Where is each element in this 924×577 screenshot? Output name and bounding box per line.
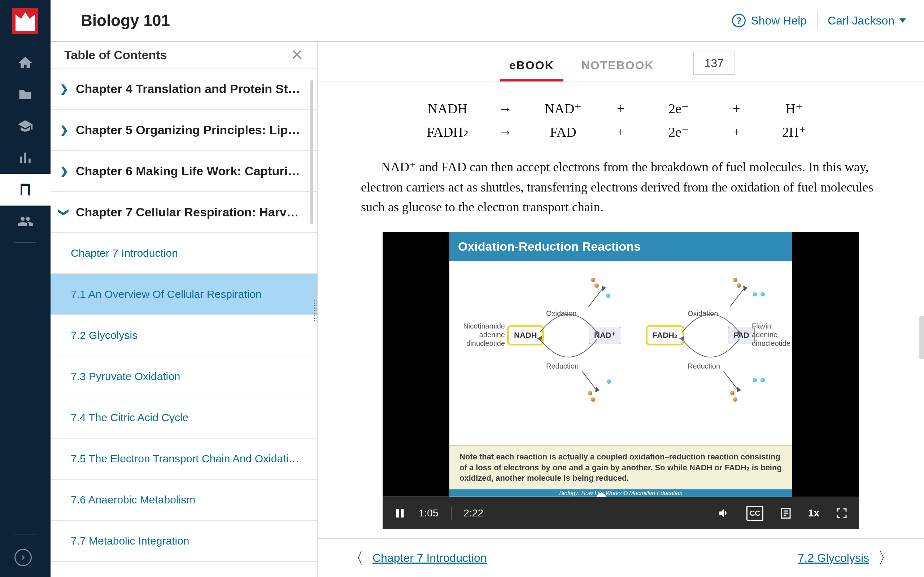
video-player: Oxidation-Reduction Reactions Nicotinami…: [383, 232, 859, 529]
course-title: Biology 101: [81, 11, 170, 29]
chevron-right-icon: ❯: [59, 165, 69, 177]
eq-term: 2e⁻: [657, 121, 700, 143]
svg-rect-12: [396, 509, 399, 517]
toc-chapter[interactable]: ❯ Chapter 7 Cellular Respiration: Harves…: [50, 192, 317, 233]
video-diagram: Nicotinamide adenine dinucleotide NADH N…: [449, 261, 792, 456]
toc-section[interactable]: 7.3 Pyruvate Oxidation: [50, 356, 317, 397]
svg-marker-6: [737, 330, 742, 336]
toc-section-label: 7.6 Anaerobic Metabolism: [71, 494, 195, 506]
toc-chapter-label: Chapter 5 Organizing Principles: Lipids,…: [76, 123, 303, 137]
left-rail: [0, 0, 50, 577]
close-toc-button[interactable]: ✕: [291, 46, 303, 64]
molecule-label: Nicotinamide adenine dinucleotide: [451, 322, 505, 348]
svg-rect-13: [401, 509, 404, 517]
rail-bottom: [15, 529, 36, 566]
toc-header: Table of Contents ✕: [50, 42, 317, 69]
next-page-link[interactable]: 7.2 Glycolysis: [798, 551, 869, 565]
eq-term: NADH: [426, 98, 469, 119]
toc-section[interactable]: 7.6 Anaerobic Metabolism: [50, 480, 317, 521]
toc-section[interactable]: Chapter 7 Introduction: [50, 233, 317, 274]
pause-button[interactable]: [393, 507, 406, 520]
caret-down-icon: [900, 18, 906, 23]
svg-line-4: [582, 371, 597, 390]
time-current: 1:05: [419, 505, 439, 521]
ebook-content: NADH → NAD⁺ + 2e⁻ + H⁺ FADH₂ → FAD + 2e⁻…: [318, 82, 924, 529]
transcript-button[interactable]: [779, 507, 792, 520]
toc-title: Table of Contents: [64, 48, 167, 62]
tab-ebook[interactable]: eBOOK: [506, 50, 557, 81]
toc-section[interactable]: 7.5 The Electron Transport Chain And Oxi…: [50, 438, 317, 480]
table-of-contents-panel: Table of Contents ✕ ❯ Chapter 4 Translat…: [50, 42, 318, 577]
eq-term: FADH₂: [426, 121, 469, 143]
toc-chapter[interactable]: ❯ Chapter 5 Organizing Principles: Lipid…: [50, 110, 317, 151]
svg-marker-0: [595, 330, 600, 336]
body-paragraph: NAD⁺ and FAD can then accept electrons f…: [361, 157, 881, 218]
folder-icon[interactable]: [0, 79, 50, 110]
page-number-input[interactable]: 137: [693, 52, 735, 75]
svg-marker-5: [595, 387, 599, 392]
page-navigation: 〈 Chapter 7 Introduction 7.2 Glycolysis …: [318, 538, 924, 577]
home-icon[interactable]: [0, 47, 50, 79]
toc-section-label: 7.1 An Overview Of Cellular Respiration: [71, 288, 262, 300]
prev-page-link[interactable]: Chapter 7 Introduction: [373, 551, 487, 565]
svg-marker-3: [602, 285, 606, 292]
eq-term: +: [715, 121, 758, 143]
svg-line-2: [589, 288, 603, 306]
content-tabs: eBOOK NOTEBOOK 137: [318, 42, 924, 82]
speed-button[interactable]: 1x: [808, 505, 819, 521]
eq-term: +: [599, 121, 643, 143]
toc-chapter-label: Chapter 4 Translation and Protein Struct…: [76, 82, 303, 96]
users-icon[interactable]: [0, 206, 50, 237]
user-menu[interactable]: Carl Jackson: [828, 14, 906, 27]
next-page-button[interactable]: 〉: [869, 548, 902, 569]
video-title: Oxidation-Reduction Reactions: [449, 232, 792, 261]
video-credit: Biology: How Life Works © Macmillan Educ…: [449, 489, 792, 497]
main-content: eBOOK NOTEBOOK 137 NADH → NAD⁺ + 2e⁻ + H…: [318, 42, 924, 577]
toc-section[interactable]: 7.1 An Overview Of Cellular Respiration: [50, 274, 317, 315]
eq-term: H⁺: [772, 98, 816, 119]
svg-line-8: [730, 288, 745, 306]
time-total: 2:22: [464, 505, 484, 521]
video-caption: Note that each reaction is actually a co…: [449, 445, 792, 489]
toc-chapter[interactable]: ❯ Chapter 6 Making Life Work: Capturing …: [50, 151, 317, 192]
brand-logo[interactable]: [12, 8, 38, 34]
prev-page-button[interactable]: 〈: [339, 548, 373, 569]
toc-section-label: 7.4 The Citric Acid Cycle: [71, 411, 188, 424]
chevron-right-icon: ❯: [59, 124, 69, 136]
eq-term: 2H⁺: [772, 121, 816, 143]
molecule-label: Flavin adenine dinucleotide: [752, 322, 792, 348]
volume-button[interactable]: [717, 507, 730, 520]
right-drawer-handle[interactable]: [919, 316, 924, 359]
toc-section[interactable]: 7.7 Metabolic Integration: [50, 521, 317, 562]
toc-chapter[interactable]: ❯ Chapter 4 Translation and Protein Stru…: [50, 69, 317, 110]
book-icon[interactable]: [0, 174, 50, 206]
time-separator: [451, 506, 452, 521]
equations: NADH → NAD⁺ + 2e⁻ + H⁺ FADH₂ → FAD + 2e⁻…: [361, 98, 881, 143]
svg-marker-7: [679, 336, 684, 342]
eq-term: 2e⁻: [657, 98, 700, 119]
svg-marker-9: [743, 285, 748, 292]
tab-notebook[interactable]: NOTEBOOK: [578, 50, 657, 81]
toc-section[interactable]: 7.4 The Citric Acid Cycle: [50, 397, 317, 438]
chevron-down-icon: ❯: [58, 207, 70, 217]
panel-drag-handle[interactable]: [313, 299, 317, 323]
user-name: Carl Jackson: [828, 14, 894, 27]
toc-scrollbar[interactable]: [310, 80, 313, 224]
fullscreen-button[interactable]: [835, 507, 848, 520]
toc-chapter-label: Chapter 7 Cellular Respiration: Harvesti…: [76, 205, 303, 219]
expand-rail-icon[interactable]: [15, 549, 32, 566]
header-separator: [817, 12, 817, 29]
cc-button[interactable]: CC: [746, 506, 763, 521]
help-icon: ?: [732, 14, 746, 27]
toc-list: ❯ Chapter 4 Translation and Protein Stru…: [50, 69, 317, 577]
svg-marker-1: [537, 336, 542, 342]
eq-term: FAD: [541, 121, 585, 143]
analytics-icon[interactable]: [0, 142, 50, 174]
svg-marker-11: [737, 387, 741, 392]
eq-term: →: [484, 98, 527, 119]
graduation-cap-icon[interactable]: [0, 110, 50, 142]
toc-section-label: 7.5 The Electron Transport Chain And Oxi…: [71, 453, 302, 465]
toc-section[interactable]: 7.2 Glycolysis: [50, 315, 317, 356]
show-help-button[interactable]: ? Show Help: [732, 14, 807, 27]
toc-section-label: 7.3 Pyruvate Oxidation: [71, 371, 181, 383]
